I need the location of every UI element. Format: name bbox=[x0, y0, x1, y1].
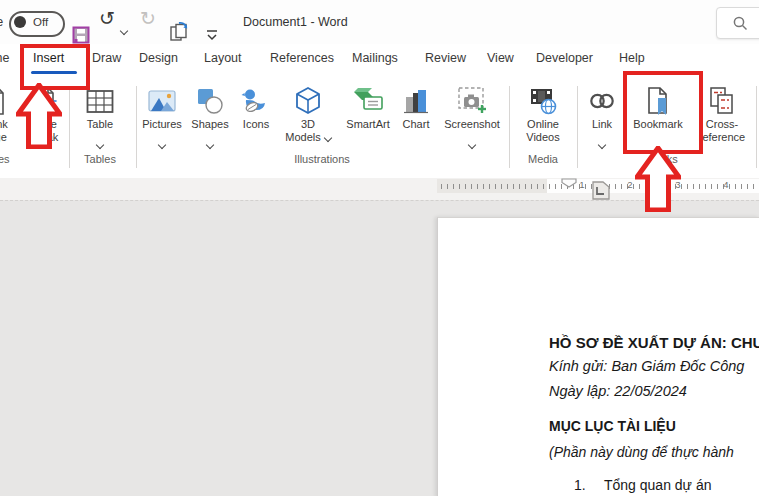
link-dropdown-icon bbox=[599, 134, 605, 152]
group-label-media: Media bbox=[511, 153, 575, 165]
table-dropdown-icon bbox=[97, 134, 103, 152]
doc-date-line: Ngày lập: 22/05/2024 bbox=[549, 383, 687, 399]
doc-list-number: 1. bbox=[574, 477, 586, 493]
tab-view[interactable]: View bbox=[487, 51, 514, 65]
group-separator bbox=[756, 86, 757, 168]
icons-duck-icon bbox=[240, 85, 272, 117]
redo-icon: ↻ bbox=[140, 9, 156, 28]
tab-help[interactable]: Help bbox=[619, 51, 645, 65]
ruler-number: 1 bbox=[576, 179, 588, 190]
screenshot-icon bbox=[455, 85, 489, 117]
title-bar: AutoSave Off ↺ ↻ Document1 - Word bbox=[0, 0, 759, 44]
shapes-icon bbox=[194, 85, 226, 117]
word-window: { "colors": { "annotation_red": "#e42320… bbox=[0, 0, 759, 496]
3d-models-icon bbox=[292, 85, 324, 117]
online-videos-button[interactable]: Online Videos bbox=[511, 84, 575, 144]
group-label-illustrations: Illustrations bbox=[258, 153, 386, 165]
autosave-state: Off bbox=[33, 16, 48, 28]
link-icon bbox=[586, 85, 618, 117]
group-label-pages: Pages bbox=[0, 153, 26, 165]
bookmark-highlight-box bbox=[623, 71, 703, 154]
toggle-knob-icon bbox=[14, 16, 26, 28]
tab-developer[interactable]: Developer bbox=[536, 51, 593, 65]
screenshot-button[interactable]: Screenshot bbox=[440, 84, 504, 152]
group-label-tables: Tables bbox=[68, 153, 132, 165]
group-separator bbox=[509, 86, 510, 168]
tab-home[interactable]: Home bbox=[0, 51, 9, 65]
first-line-indent-marker[interactable] bbox=[561, 178, 577, 188]
search-icon bbox=[731, 14, 749, 32]
insert-arrow-annotation bbox=[16, 83, 62, 149]
screenshot-dropdown-icon bbox=[469, 134, 475, 152]
tab-references[interactable]: References bbox=[270, 51, 334, 65]
document-page[interactable]: HỒ SƠ ĐỀ XUẤT DỰ ÁN: CHU Kính gửi: Ban G… bbox=[437, 217, 759, 496]
tab-draw[interactable]: Draw bbox=[92, 51, 121, 65]
document-area: HỒ SƠ ĐỀ XUẤT DỰ ÁN: CHU Kính gửi: Ban G… bbox=[0, 200, 759, 496]
bookmark-arrow-annotation bbox=[635, 146, 681, 212]
undo-icon[interactable]: ↺ bbox=[99, 9, 115, 28]
tab-design[interactable]: Design bbox=[139, 51, 178, 65]
undo-dropdown-icon[interactable] bbox=[121, 20, 127, 38]
blank-page-icon bbox=[0, 85, 10, 117]
doc-title: HỒ SƠ ĐỀ XUẤT DỰ ÁN: CHU bbox=[549, 334, 759, 351]
online-videos-icon bbox=[527, 85, 559, 117]
pictures-icon bbox=[146, 85, 178, 117]
tab-indicator-icon[interactable] bbox=[589, 181, 611, 200]
doc-heading: MỤC LỤC TÀI LIỆU bbox=[549, 418, 676, 434]
ruler-number: 4 bbox=[720, 179, 732, 190]
shapes-dropdown-icon bbox=[207, 134, 213, 152]
chart-icon bbox=[400, 85, 432, 117]
autosave-toggle[interactable]: Off bbox=[9, 11, 65, 37]
doc-recipient-line: Kính gửi: Ban Giám Đốc Công bbox=[549, 358, 744, 374]
smartart-icon bbox=[351, 85, 385, 117]
tab-review[interactable]: Review bbox=[425, 51, 466, 65]
tab-mailings[interactable]: Mailings bbox=[352, 51, 398, 65]
doc-note: (Phần này dùng để thực hành bbox=[549, 444, 734, 460]
search-box[interactable] bbox=[716, 7, 759, 39]
3d-models-button[interactable]: 3D Models bbox=[276, 84, 340, 144]
table-button[interactable]: Table bbox=[68, 84, 132, 152]
autosave-label: AutoSave bbox=[0, 15, 3, 29]
3d-models-dropdown-icon bbox=[323, 133, 331, 141]
doc-list-item: Tổng quan dự án bbox=[604, 477, 711, 493]
chart-button[interactable]: Chart bbox=[384, 84, 448, 131]
pictures-dropdown-icon bbox=[159, 134, 165, 152]
window-title: Document1 - Word bbox=[243, 15, 348, 29]
tab-layout[interactable]: Layout bbox=[204, 51, 242, 65]
cross-reference-icon bbox=[706, 85, 738, 117]
